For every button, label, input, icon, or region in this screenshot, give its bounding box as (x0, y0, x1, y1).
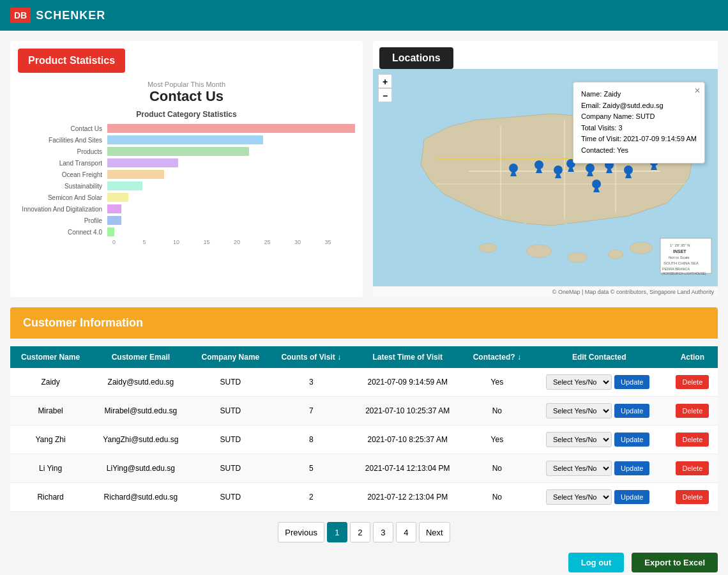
bar (107, 147, 249, 156)
bar-label: Profile (18, 217, 107, 224)
next-page-button[interactable]: Next (419, 522, 450, 542)
bar-row: Semicon And Solar (18, 193, 355, 202)
axis-label: 5 (143, 239, 174, 245)
table-cell-email: Richard@sutd.edu.sg (91, 483, 190, 512)
svg-text:INSET: INSET (673, 249, 686, 254)
edit-contacted-cell[interactable]: Select Yes/NoYesNoUpdate (531, 454, 667, 483)
table-cell-visits: 2 (270, 483, 352, 512)
svg-point-12 (479, 243, 497, 252)
axis-label: 35 (325, 239, 356, 245)
bar-label: Products (18, 148, 107, 155)
popup-visits: Total Visits: 3 (581, 123, 697, 134)
edit-select[interactable]: Select Yes/NoYesNo (546, 461, 612, 476)
svg-text:SOUTH CHINA SEA: SOUTH CHINA SEA (664, 261, 699, 265)
bar (107, 135, 263, 144)
update-button[interactable]: Update (614, 375, 649, 389)
axis-label: 20 (234, 239, 264, 245)
bar (107, 181, 142, 190)
edit-contacted-cell[interactable]: Select Yes/NoYesNoUpdate (531, 483, 667, 512)
table-header-cell: Counts of Visit ↓ (270, 346, 352, 368)
update-button[interactable]: Update (614, 461, 649, 475)
axis-label: 15 (204, 239, 234, 245)
edit-select[interactable]: Select Yes/NoYesNo (546, 403, 612, 418)
table-cell-email: Zaidy@sutd.edu.sg (91, 368, 190, 397)
bar (107, 216, 121, 225)
top-section: Product Statistics Most Popular This Mon… (0, 31, 728, 307)
popup-close-button[interactable]: ✕ (694, 85, 701, 97)
axis-label: 30 (294, 239, 325, 245)
bar-label: Land Transport (18, 160, 107, 167)
table-header-cell: Latest Time of Visit (352, 346, 463, 368)
popular-label: Most Popular This Month (18, 80, 355, 88)
edit-contacted-cell[interactable]: Select Yes/NoYesNoUpdate (531, 397, 667, 425)
chart-title: Product Category Statistics (18, 110, 355, 119)
delete-button[interactable]: Delete (676, 375, 709, 389)
delete-button[interactable]: Delete (676, 490, 709, 504)
table-cell-contacted: Yes (463, 425, 531, 454)
table-cell-company: SUTD (191, 368, 271, 397)
edit-contacted-cell[interactable]: Select Yes/NoYesNoUpdate (531, 368, 667, 397)
previous-page-button[interactable]: Previous (278, 522, 324, 542)
bar-label: Facilities And Sites (18, 137, 107, 144)
brand-name: SCHENKER (36, 9, 105, 22)
bar-row: Contact Us (18, 124, 355, 133)
bar-container (107, 193, 355, 202)
table-header-cell: Edit Contacted (531, 346, 667, 368)
map-panel: Locations + − (373, 41, 718, 297)
popup-email: Email: Zaidy@sutd.edu.sg (581, 100, 697, 112)
export-button[interactable]: Export to Excel (632, 553, 718, 572)
page-button-1[interactable]: 1 (327, 522, 347, 542)
bar-container (107, 216, 355, 225)
logout-button[interactable]: Log out (568, 553, 625, 572)
update-button[interactable]: Update (614, 490, 649, 504)
update-button[interactable]: Update (614, 433, 649, 447)
axis-label: 10 (173, 239, 204, 245)
popup-name: Name: Zaidy (581, 89, 697, 100)
edit-select[interactable]: Select Yes/NoYesNo (546, 374, 612, 390)
bar-container (107, 170, 355, 179)
bar-row: Connect 4.0 (18, 227, 355, 236)
table-cell-visits: 3 (270, 368, 352, 397)
popular-section: Most Popular This Month Contact Us (18, 80, 355, 105)
bar-row: Sustainability (18, 181, 355, 190)
delete-button[interactable]: Delete (676, 404, 709, 418)
table-cell-contacted: No (463, 397, 531, 425)
table-header-cell: Action (667, 346, 718, 368)
table-header-cell: Customer Email (91, 346, 190, 368)
table-cell-latest_visit: 2021-07-12 2:13:04 PM (352, 483, 463, 512)
svg-text:PEDRA BRANCA: PEDRA BRANCA (662, 267, 690, 271)
bar-row: Land Transport (18, 158, 355, 167)
delete-button[interactable]: Delete (676, 461, 709, 475)
table-row: RichardRichard@sutd.edu.sgSUTD22021-07-1… (10, 483, 718, 512)
table-cell-company: SUTD (191, 397, 271, 425)
table-cell-name: Richard (10, 483, 91, 512)
action-cell: Delete (667, 425, 718, 454)
zoom-out-button[interactable]: − (378, 88, 392, 102)
table-cell-latest_visit: 2021-07-10 8:25:37 AM (352, 425, 463, 454)
bar-chart: Contact UsFacilities And SitesProductsLa… (18, 124, 355, 236)
table-cell-visits: 8 (270, 425, 352, 454)
map-popup: ✕ Name: Zaidy Email: Zaidy@sutd.edu.sg C… (573, 82, 705, 164)
table-row: ZaidyZaidy@sutd.edu.sgSUTD32021-07-09 9:… (10, 368, 718, 397)
bar-row: Products (18, 147, 355, 156)
table-cell-company: SUTD (191, 483, 271, 512)
edit-select[interactable]: Select Yes/NoYesNo (546, 432, 612, 447)
page-button-2[interactable]: 2 (350, 522, 370, 542)
edit-contacted-cell[interactable]: Select Yes/NoYesNoUpdate (531, 425, 667, 454)
zoom-in-button[interactable]: + (378, 74, 392, 88)
page-button-3[interactable]: 3 (373, 522, 393, 542)
svg-text:1° 29' 35" N: 1° 29' 35" N (670, 243, 690, 247)
edit-select[interactable]: Select Yes/NoYesNo (546, 489, 612, 505)
popup-company: Company Name: SUTD (581, 111, 697, 123)
table-cell-visits: 5 (270, 454, 352, 483)
footer-buttons: Log out Export to Excel (0, 553, 728, 575)
delete-button[interactable]: Delete (676, 433, 709, 447)
popup-time: Time of Visit: 2021-07-09 9:14:59 AM (581, 134, 697, 145)
bar-label: Connect 4.0 (18, 229, 107, 236)
update-button[interactable]: Update (614, 404, 649, 418)
action-cell: Delete (667, 483, 718, 512)
page-button-4[interactable]: 4 (396, 522, 416, 542)
bar-container (107, 135, 355, 144)
logo-icon: DB (10, 8, 31, 23)
table-cell-visits: 7 (270, 397, 352, 425)
